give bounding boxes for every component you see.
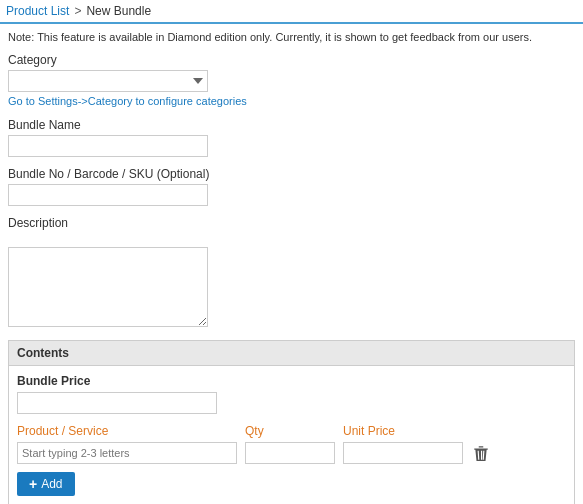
description-textarea[interactable] xyxy=(8,247,208,327)
main-content: Note: This feature is available in Diamo… xyxy=(0,24,583,504)
breadcrumb: Product List > New Bundle xyxy=(0,0,583,24)
bundle-name-group: Bundle Name xyxy=(8,118,575,157)
add-button[interactable]: + Add xyxy=(17,472,75,496)
bundle-no-input[interactable] xyxy=(8,184,208,206)
delete-row-button[interactable] xyxy=(471,442,491,464)
unit-price-input[interactable] xyxy=(343,442,463,464)
contents-header: Contents xyxy=(9,341,574,366)
bundle-no-label: Bundle No / Barcode / SKU (Optional) xyxy=(8,167,575,181)
bundle-name-label: Bundle Name xyxy=(8,118,575,132)
bundle-price-label: Bundle Price xyxy=(17,374,566,388)
contents-section: Contents Bundle Price Product / Service … xyxy=(8,340,575,504)
bundle-price-input[interactable] xyxy=(17,392,217,414)
category-label: Category xyxy=(8,53,575,67)
breadcrumb-separator: > xyxy=(74,4,81,18)
category-group: Category Go to Settings->Category to con… xyxy=(8,53,575,108)
description-group: Description xyxy=(8,216,575,330)
qty-input[interactable] xyxy=(245,442,335,464)
plus-icon: + xyxy=(29,476,37,492)
contents-body: Bundle Price Product / Service Qty Unit … xyxy=(9,366,574,504)
product-row-headers: Product / Service Qty Unit Price xyxy=(17,424,566,438)
unit-price-col-header: Unit Price xyxy=(343,424,463,438)
product-row-inputs xyxy=(17,442,566,464)
product-service-col-header: Product / Service xyxy=(17,424,237,438)
product-service-input[interactable] xyxy=(17,442,237,464)
note-text: Note: This feature is available in Diamo… xyxy=(8,30,575,45)
trash-icon xyxy=(473,444,489,462)
bundle-name-input[interactable] xyxy=(8,135,208,157)
description-label: Description xyxy=(8,216,575,230)
add-button-label: Add xyxy=(41,477,62,491)
settings-link[interactable]: Go to Settings->Category to configure ca… xyxy=(8,95,247,107)
qty-col-header: Qty xyxy=(245,424,335,438)
bundle-no-group: Bundle No / Barcode / SKU (Optional) xyxy=(8,167,575,206)
category-select[interactable] xyxy=(8,70,208,92)
breadcrumb-current: New Bundle xyxy=(86,4,151,18)
breadcrumb-link[interactable]: Product List xyxy=(6,4,69,18)
